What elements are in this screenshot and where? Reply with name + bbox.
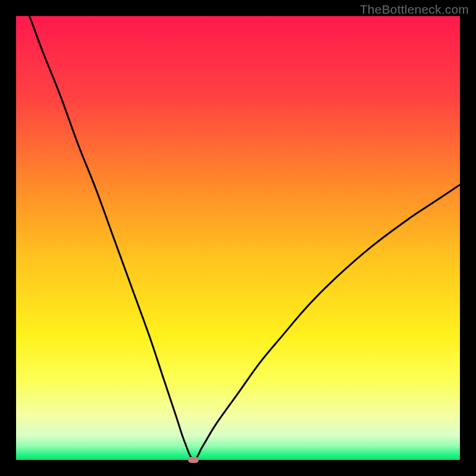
optimum-marker (188, 457, 199, 463)
bottleneck-curve (16, 16, 460, 460)
watermark-text: TheBottleneck.com (360, 2, 469, 17)
plot-area (16, 16, 460, 460)
chart-stage: TheBottleneck.com (0, 0, 476, 476)
